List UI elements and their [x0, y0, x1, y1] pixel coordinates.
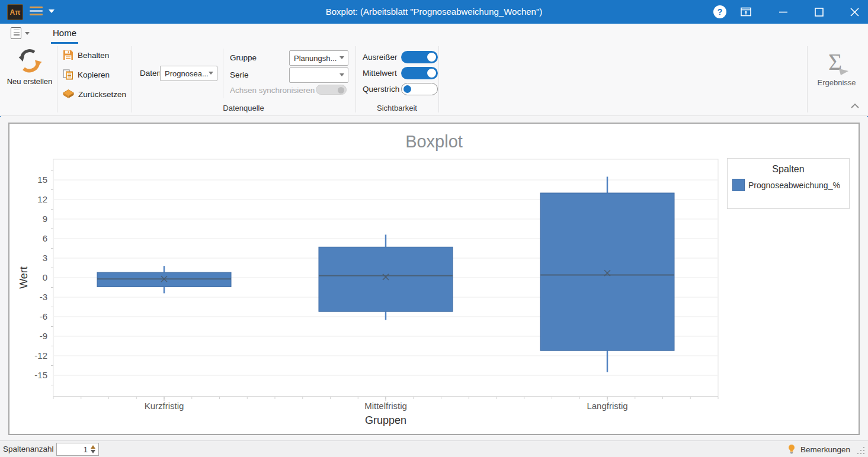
spaltenanzahl-input[interactable]: [57, 443, 88, 455]
collapse-ribbon-button[interactable]: [850, 101, 860, 111]
chevron-up-icon: [850, 103, 860, 109]
svg-text:-9: -9: [40, 331, 47, 341]
daten-combobox-value: Prognosea...: [165, 69, 209, 78]
file-menu-icon[interactable]: [11, 27, 31, 40]
maximize-button[interactable]: [805, 0, 832, 24]
daten-combobox-caret-icon: [209, 72, 213, 75]
mittelwert-toggle[interactable]: [401, 67, 438, 79]
sichtbarkeit-caption: Sichtbarkeit: [355, 104, 438, 112]
chart-legend: Spalten Prognoseabweichung_%: [727, 158, 850, 209]
ergebnisse-button[interactable]: Σ Ergebnisse: [809, 49, 864, 87]
daten-label: Daten: [140, 69, 161, 78]
svg-text:12: 12: [37, 194, 47, 204]
lightbulb-icon: [787, 444, 796, 455]
svg-text:-12: -12: [34, 350, 47, 361]
ausreisser-label: Ausreißer: [363, 53, 398, 62]
svg-text:0: 0: [43, 272, 47, 282]
svg-text:Mittelfristig: Mittelfristig: [364, 401, 407, 411]
refresh-icon: [17, 47, 43, 75]
chart-panel: 15129630-3-6-9-12-15KurzfristigMittelfri…: [8, 123, 860, 435]
sigma-results-icon: Σ: [822, 49, 851, 76]
app-window: Aπ Boxplot: (Arbeitsblatt "Prognoseabwei…: [0, 0, 868, 457]
chart-title: Boxplot: [9, 132, 859, 152]
datenquelle-caption: Datenquelle: [132, 104, 355, 112]
tab-home[interactable]: Home: [51, 24, 78, 44]
zuruecksetzen-label: Zurücksetzen: [78, 90, 126, 99]
spinner-down-icon[interactable]: [91, 450, 95, 453]
close-icon: [850, 8, 859, 17]
legend-entry: Prognoseabweichung_%: [732, 179, 849, 191]
svg-text:Kurzfristig: Kurzfristig: [145, 401, 184, 411]
chart-area-background: 15129630-3-6-9-12-15KurzfristigMittelfri…: [0, 117, 868, 440]
gruppe-combobox[interactable]: Planungsh...: [289, 50, 348, 66]
save-icon: [63, 50, 73, 60]
help-button[interactable]: ?: [707, 0, 733, 24]
resize-grip[interactable]: [857, 447, 864, 454]
svg-text:-3: -3: [40, 292, 47, 302]
legend-title: Spalten: [728, 164, 849, 175]
window-controls: ?: [707, 0, 868, 24]
serie-combobox[interactable]: [289, 67, 348, 83]
mittelwert-label: Mittelwert: [363, 69, 397, 78]
bemerkungen-label: Bemerkungen: [800, 445, 850, 454]
close-button[interactable]: [841, 0, 868, 24]
svg-text:15: 15: [37, 175, 47, 185]
gruppe-combobox-value: Planungsh...: [294, 54, 337, 63]
svg-text:3: 3: [43, 253, 47, 263]
maximize-icon: [815, 8, 824, 17]
neu-erstellen-label: Neu erstellen: [7, 77, 53, 86]
svg-text:-15: -15: [34, 370, 47, 380]
spinner-up-icon[interactable]: [91, 445, 95, 449]
bemerkungen-button[interactable]: Bemerkungen: [787, 441, 850, 457]
dock-window-button[interactable]: [733, 0, 759, 24]
neu-erstellen-button[interactable]: Neu erstellen: [5, 47, 55, 86]
minimize-button[interactable]: [770, 0, 797, 24]
legend-swatch: [732, 179, 745, 191]
achsen-sync-label: Achsen synchronisieren: [230, 86, 315, 95]
kopieren-button[interactable]: Kopieren: [63, 68, 110, 81]
spaltenanzahl-label: Spaltenanzahl: [3, 445, 54, 453]
svg-text:6: 6: [43, 233, 47, 243]
behalten-button[interactable]: Behalten: [63, 49, 109, 62]
titlebar: Aπ Boxplot: (Arbeitsblatt "Prognoseabwei…: [0, 0, 868, 24]
ribbon-tab-row: Home: [0, 24, 868, 44]
svg-text:9: 9: [43, 214, 47, 224]
eraser-icon: [63, 89, 74, 99]
spaltenanzahl-spinner: [56, 443, 99, 456]
querstrich-label: Querstrich: [363, 85, 399, 94]
minimize-icon: [779, 8, 787, 16]
svg-text:-6: -6: [40, 311, 47, 321]
daten-combobox[interactable]: Prognosea...: [160, 66, 217, 81]
legend-entry-label: Prognoseabweichung_%: [748, 181, 840, 190]
svg-text:Wert: Wert: [18, 266, 30, 289]
svg-text:Gruppen: Gruppen: [365, 414, 406, 426]
gruppe-combobox-caret-icon: [339, 56, 344, 59]
behalten-label: Behalten: [78, 51, 109, 60]
kopieren-label: Kopieren: [78, 70, 110, 79]
statusbar: Spaltenanzahl Bemerkungen: [0, 440, 868, 457]
gruppe-label: Gruppe: [230, 53, 257, 62]
ausreisser-toggle[interactable]: [401, 51, 438, 63]
ribbon: Home Neu erstellen: [0, 24, 868, 116]
help-icon: ?: [713, 5, 726, 18]
svg-text:Langfristig: Langfristig: [587, 401, 627, 411]
zuruecksetzen-button[interactable]: Zurücksetzen: [63, 88, 126, 101]
serie-combobox-caret-icon: [339, 73, 344, 76]
serie-label: Serie: [230, 70, 249, 79]
achsen-sync-toggle: [316, 85, 347, 95]
copy-icon: [63, 69, 73, 80]
ribbon-content: Neu erstellen Behalten: [0, 44, 868, 115]
querstrich-toggle[interactable]: [401, 83, 438, 95]
ergebnisse-label: Ergebnisse: [817, 78, 856, 87]
dock-window-icon: [741, 7, 751, 17]
